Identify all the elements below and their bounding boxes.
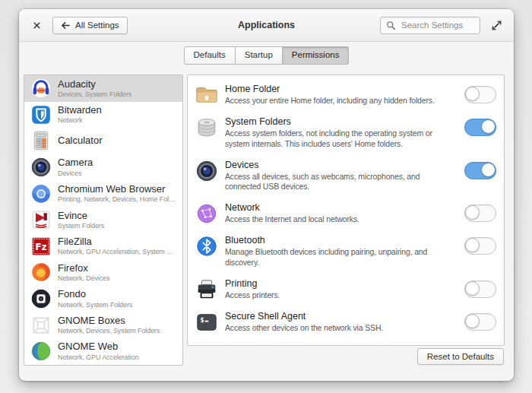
close-icon[interactable]: [28, 17, 45, 33]
toggle-knob: [465, 205, 480, 220]
all-settings-button[interactable]: All Settings: [52, 17, 128, 34]
permission-description: Access other devices on the network via …: [225, 323, 451, 334]
toggle-switch-printing[interactable]: [464, 280, 496, 298]
permission-title: Home Folder: [225, 83, 451, 95]
tab-startup[interactable]: Startup: [236, 46, 283, 65]
tab-label: Permissions: [292, 50, 340, 59]
tab-permissions[interactable]: Permissions: [283, 46, 350, 65]
fondo-icon: [30, 288, 52, 309]
sidebar-item-calculator[interactable]: Calculator: [24, 128, 182, 154]
system-folders-icon: [195, 116, 218, 139]
audacity-icon: [30, 78, 52, 99]
permission-title: GPU Acceleration: [225, 343, 451, 346]
toggle-knob: [465, 87, 480, 101]
app-name: Audacity: [58, 78, 176, 90]
sidebar-item-bitwarden[interactable]: Bitwarden Network: [24, 102, 182, 128]
permission-description: Access the Internet and local networks.: [225, 214, 451, 225]
permissions-panel: Home Folder Access your entire Home fold…: [187, 74, 505, 346]
search-icon: [386, 21, 396, 30]
permission-description: Access your entire Home folder, includin…: [225, 96, 451, 106]
app-permissions-summary: System Folders: [58, 222, 176, 230]
headerbar: All Settings Applications: [19, 9, 514, 42]
sidebar-item-audacity[interactable]: Audacity Devices, System Folders: [24, 75, 182, 102]
app-name: Firefox: [58, 262, 176, 274]
gnome-boxes-icon: [30, 315, 52, 336]
app-permissions-summary: Network, GPU Acceleration: [58, 353, 176, 362]
toggle-switch-secure-shell-agent[interactable]: [464, 313, 496, 331]
home-folder-icon: [195, 84, 218, 106]
permission-row-printing: Printing Access printers.: [188, 273, 504, 306]
toggle-knob: [481, 163, 496, 177]
app-name: Fondo: [58, 288, 176, 300]
app-permissions-summary: Network, GPU Acceleration, System Fo…: [58, 248, 176, 256]
app-name: FileZilla: [58, 236, 176, 248]
chromium-icon: [30, 183, 52, 204]
evince-icon: [30, 209, 52, 230]
permission-title: Printing: [225, 277, 451, 290]
calculator-icon: [30, 130, 52, 151]
bluetooth-icon: [195, 235, 218, 258]
sidebar-item-firefox[interactable]: Firefox Network, Devices: [24, 259, 182, 286]
permission-title: System Folders: [225, 116, 451, 128]
toggle-knob: [465, 238, 480, 252]
reset-to-defaults-button[interactable]: Reset to Defaults: [417, 348, 504, 365]
permission-title: Secure Shell Agent: [225, 310, 451, 322]
ssh-icon: $: [195, 311, 218, 334]
permission-description: Access printers.: [225, 290, 451, 301]
maximize-icon[interactable]: [488, 17, 505, 33]
app-permissions-summary: Devices: [58, 170, 176, 178]
search-input[interactable]: [400, 20, 474, 30]
toggle-switch-bluetooth[interactable]: [464, 237, 496, 255]
bitwarden-icon: [30, 104, 52, 125]
sidebar-item-gnome-boxes[interactable]: GNOME Boxes Network, Devices, System Fol…: [24, 312, 182, 338]
tab-defaults[interactable]: Defaults: [184, 46, 236, 65]
app-permissions-summary: Devices, System Folders: [58, 90, 176, 99]
permission-row-devices: Devices Access all devices, such as webc…: [188, 154, 504, 198]
toggle-switch-network[interactable]: [464, 204, 496, 222]
permission-title: Network: [225, 201, 451, 214]
devices-icon: [195, 160, 218, 182]
permission-row-home-folder: Home Folder Access your entire Home fold…: [188, 78, 504, 111]
permission-row-network: Network Access the Internet and local ne…: [188, 197, 504, 230]
toggle-switch-home-folder[interactable]: [464, 86, 496, 103]
sidebar-item-camera[interactable]: Camera Devices: [24, 154, 182, 181]
permission-row-secure-shell-agent: $ Secure Shell Agent Access other device…: [188, 306, 504, 338]
toggle-switch-system-folders[interactable]: [464, 119, 496, 136]
camera-icon: [30, 157, 52, 178]
search-box[interactable]: [380, 17, 480, 34]
toggle-knob: [481, 119, 496, 134]
app-name: Bitwarden: [58, 104, 176, 116]
tab-label: Startup: [245, 50, 273, 59]
printing-icon: [195, 278, 218, 301]
app-list: Audacity Devices, System Folders Bitward…: [24, 74, 183, 366]
filezilla-icon: Fz: [30, 236, 52, 257]
sidebar-item-fondo[interactable]: Fondo Network, System Folders: [24, 286, 182, 312]
permission-description: Access all devices, such as webcams, mic…: [225, 172, 451, 192]
app-permissions-summary: Network, Devices, System Folders: [58, 327, 176, 335]
app-name: Calculator: [58, 135, 176, 147]
svg-text:$: $: [201, 315, 204, 323]
gpu-icon: [195, 344, 218, 346]
app-name: Evince: [58, 210, 176, 222]
toggle-knob: [465, 281, 480, 296]
sidebar-item-gnome-web[interactable]: GNOME Web Network, GPU Acceleration: [24, 338, 182, 365]
toggle-switch-devices[interactable]: [464, 162, 496, 179]
app-name: GNOME Web: [58, 341, 176, 353]
settings-window: All Settings Applications DefaultsStartu…: [19, 9, 514, 381]
app-permissions-summary: Network, Devices: [58, 274, 176, 283]
permission-title: Devices: [225, 159, 451, 171]
all-settings-label: All Settings: [75, 21, 119, 30]
permission-row-gpu-acceleration: GPU Acceleration Accelerate graphical ou…: [188, 338, 504, 346]
app-permissions-summary: Network, System Folders: [58, 301, 176, 309]
view-switcher: DefaultsStartupPermissions: [19, 42, 514, 65]
sidebar-item-filezilla[interactable]: Fz FileZilla Network, GPU Acceleration, …: [24, 233, 182, 260]
sidebar-item-chromium-web-browser[interactable]: Chromium Web Browser Printing, Network, …: [24, 180, 182, 207]
window-body: DefaultsStartupPermissions Audacity Devi…: [19, 42, 514, 381]
tab-label: Defaults: [194, 50, 226, 59]
toggle-knob: [465, 314, 480, 328]
app-permissions-summary: Network: [58, 116, 176, 125]
network-icon: [195, 202, 218, 225]
gnome-web-icon: [30, 341, 52, 362]
sidebar-item-evince[interactable]: Evince System Folders: [24, 207, 182, 233]
permission-row-system-folders: System Folders Access system folders, no…: [188, 111, 504, 154]
